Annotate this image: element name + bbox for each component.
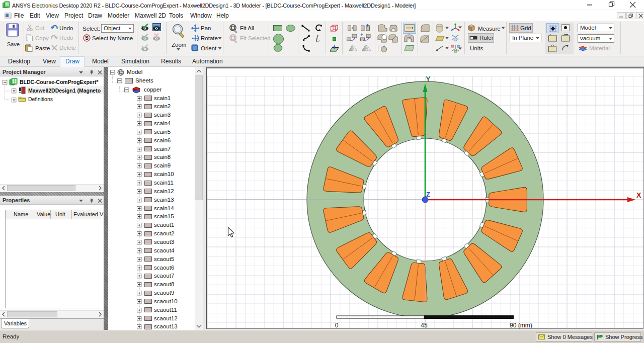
- svg-text:45: 45: [421, 322, 428, 329]
- svg-text:Z: Z: [426, 191, 430, 198]
- svg-text:0: 0: [335, 322, 339, 329]
- svg-text:f: f: [316, 34, 319, 42]
- svg-text:X: X: [636, 191, 641, 199]
- svg-text:S: S: [85, 35, 89, 41]
- svg-text:Y: Y: [426, 75, 431, 83]
- svg-text:90 (mm): 90 (mm): [510, 322, 532, 329]
